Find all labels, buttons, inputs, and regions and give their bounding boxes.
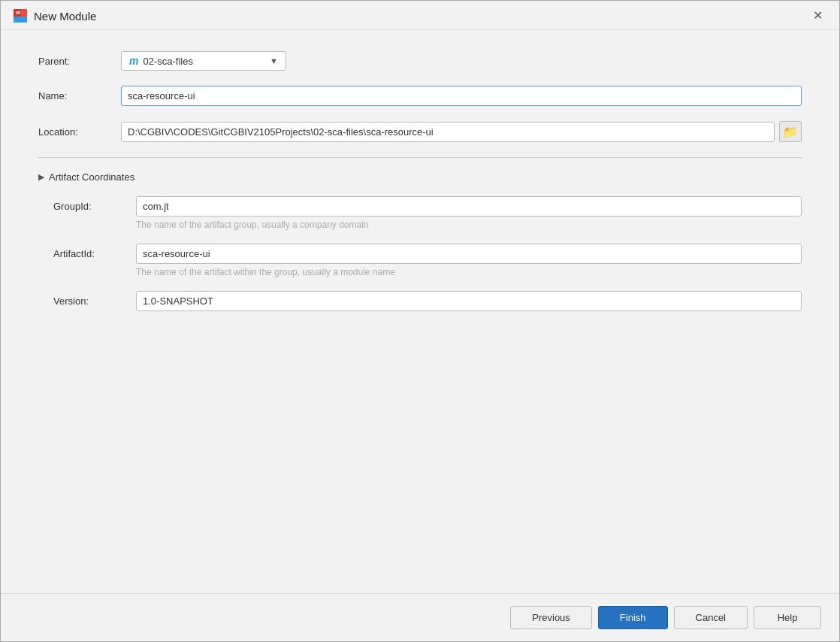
title-bar: m New Module ✕ [1,1,839,30]
collapse-triangle-icon: ▶ [38,172,44,182]
dialog-title: New Module [34,10,96,23]
browse-folder-button[interactable]: 📁 [779,121,802,142]
svg-text:m: m [16,9,20,16]
name-input[interactable] [121,86,802,106]
name-label: Name: [38,90,121,101]
location-row: Location: 📁 [38,121,802,142]
name-row: Name: [38,86,802,106]
artifact-coordinates-title: Artifact Coordinates [49,171,134,183]
cancel-button[interactable]: Cancel [674,606,748,629]
location-wrapper: 📁 [121,121,802,142]
title-bar-left: m New Module [13,8,96,23]
version-row: Version: [53,291,802,311]
svg-rect-2 [21,9,27,17]
parent-m-icon: m [129,55,138,67]
help-button[interactable]: Help [754,606,821,629]
version-label: Version: [53,291,136,307]
groupid-input[interactable] [136,196,802,217]
location-field: 📁 [121,121,802,142]
chevron-down-icon: ▼ [270,56,278,65]
new-module-dialog: m New Module ✕ Parent: m 02-sca-files ▼ … [0,0,840,642]
parent-field: m 02-sca-files ▼ [121,51,802,71]
version-field [136,291,802,311]
svg-rect-3 [14,17,27,23]
artifactid-label: ArtifactId: [53,244,136,259]
folder-icon: 📁 [783,125,798,139]
location-input[interactable] [121,122,775,142]
artifactid-field: The name of the artifact within the grou… [136,244,802,288]
name-field [121,86,802,106]
location-label: Location: [38,126,121,138]
parent-dropdown-text: 02-sca-files [143,56,265,67]
section-divider [38,157,802,158]
groupid-row: GroupId: The name of the artifact group,… [53,196,802,241]
artifactid-hint: The name of the artifact within the grou… [136,267,802,277]
close-button[interactable]: ✕ [808,8,827,23]
artifact-coordinates-header[interactable]: ▶ Artifact Coordinates [38,171,802,183]
version-input[interactable] [136,291,802,311]
parent-label: Parent: [38,56,121,67]
finish-button[interactable]: Finish [598,606,668,629]
groupid-hint: The name of the artifact group, usually … [136,220,802,230]
parent-dropdown[interactable]: m 02-sca-files ▼ [121,51,286,71]
previous-button[interactable]: Previous [510,606,592,629]
artifact-section: GroupId: The name of the artifact group,… [38,196,802,311]
dialog-content: Parent: m 02-sca-files ▼ Name: Location: [1,30,839,593]
parent-row: Parent: m 02-sca-files ▼ [38,51,802,71]
groupid-field: The name of the artifact group, usually … [136,196,802,241]
artifactid-row: ArtifactId: The name of the artifact wit… [53,244,802,288]
groupid-label: GroupId: [53,196,136,212]
module-icon: m [13,8,28,23]
dialog-footer: Previous Finish Cancel Help [1,593,839,641]
artifactid-input[interactable] [136,244,802,264]
